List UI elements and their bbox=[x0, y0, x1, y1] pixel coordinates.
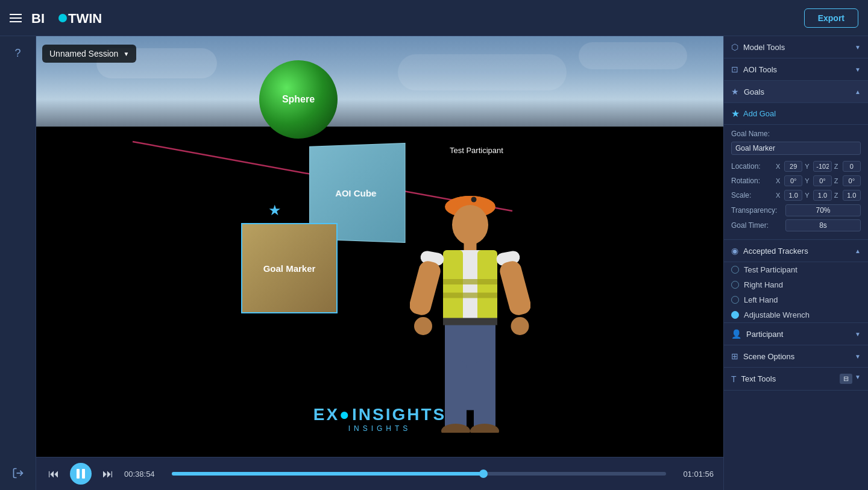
loc-x-input[interactable] bbox=[784, 161, 802, 172]
rot-x-group: X bbox=[776, 175, 802, 186]
loc-z-input[interactable] bbox=[843, 161, 861, 172]
text-tools-grid-icon[interactable]: ⊟ bbox=[840, 374, 852, 384]
model-tools-icon: ⬡ bbox=[731, 42, 738, 52]
scale-section: Scale: X Y Z bbox=[731, 190, 861, 201]
loc-z-group: Z bbox=[834, 161, 861, 172]
add-goal-button[interactable]: ★ Add Goal bbox=[724, 103, 868, 125]
participant-header[interactable]: 👤 Participant ▼ bbox=[724, 323, 868, 345]
svg-rect-16 bbox=[443, 293, 497, 298]
end-time: 01:01:56 bbox=[675, 470, 714, 479]
loc-x-group: X bbox=[776, 161, 802, 172]
tracker-radio-0[interactable] bbox=[731, 266, 739, 274]
model-tools-header[interactable]: ⬡ Model Tools ▼ bbox=[724, 36, 868, 58]
progress-track[interactable] bbox=[172, 472, 666, 476]
export-button[interactable]: Export bbox=[804, 8, 858, 28]
svg-point-9 bbox=[452, 205, 488, 245]
sphere-object[interactable]: Sphere bbox=[259, 60, 338, 139]
model-tools-label: Model Tools bbox=[743, 43, 785, 52]
logo-svg: BI TWIN bbox=[31, 8, 110, 28]
scale-x-axis: X bbox=[776, 192, 783, 199]
accepted-trackers-header[interactable]: ◉ Accepted Trackers ▲ bbox=[724, 240, 868, 262]
progress-bar[interactable] bbox=[172, 472, 666, 476]
rot-y-input[interactable] bbox=[813, 175, 831, 186]
tracker-item-3[interactable]: Adjustable Wrench bbox=[724, 307, 868, 322]
svg-rect-30 bbox=[82, 469, 85, 479]
rot-x-axis: X bbox=[776, 177, 783, 184]
logo: BI TWIN bbox=[31, 8, 110, 28]
svg-rect-20 bbox=[498, 259, 530, 317]
session-dropdown[interactable]: Unnamed Session ▼ bbox=[42, 45, 136, 63]
exo-logo: EX●INSIGHTS INSIGHTS bbox=[313, 405, 447, 433]
tracker-item-1[interactable]: Right Hand bbox=[724, 277, 868, 292]
goal-name-input[interactable] bbox=[731, 142, 861, 155]
goal-name-input-row bbox=[731, 142, 861, 155]
scale-y-input[interactable] bbox=[813, 190, 831, 201]
topbar: BI TWIN Export bbox=[0, 0, 868, 36]
goal-name-label: Goal Name: bbox=[731, 130, 779, 138]
rot-z-input[interactable] bbox=[843, 175, 861, 186]
star-marker: ★ bbox=[268, 202, 281, 219]
fast-forward-button[interactable]: ⏭ bbox=[100, 465, 116, 483]
exo-logo-top: EX●INSIGHTS bbox=[313, 405, 447, 424]
goal-timer-label: Goal Timer: bbox=[731, 221, 785, 230]
tracker-radio-3[interactable] bbox=[731, 311, 739, 319]
tracker-name-1: Right Hand bbox=[744, 280, 783, 289]
text-tools-icon: T bbox=[731, 374, 737, 384]
goals-header[interactable]: ★ Goals ▲ bbox=[724, 81, 868, 103]
left-sidebar: ? bbox=[0, 36, 36, 490]
goal-timer-input[interactable] bbox=[785, 219, 861, 231]
rot-x-input[interactable] bbox=[784, 175, 802, 186]
tracker-radio-2[interactable] bbox=[731, 296, 739, 304]
loc-y-group: Y bbox=[805, 161, 831, 172]
scene-options-header[interactable]: ⊞ Scene Options ▼ bbox=[724, 345, 868, 368]
loc-y-input[interactable] bbox=[813, 161, 831, 172]
svg-rect-22 bbox=[443, 318, 497, 325]
scale-z-group: Z bbox=[834, 190, 861, 201]
svg-rect-18 bbox=[410, 259, 442, 317]
text-tools-header[interactable]: T Text Tools ⊟ ▼ bbox=[724, 368, 868, 391]
text-tools-chevron: ▼ bbox=[855, 374, 861, 384]
rewind-button[interactable]: ⏮ bbox=[46, 465, 61, 483]
text-tools-label: Text Tools bbox=[741, 374, 776, 383]
model-tools-left: ⬡ Model Tools bbox=[731, 42, 785, 52]
svg-point-1 bbox=[58, 14, 67, 22]
loc-x-axis: X bbox=[776, 163, 783, 170]
help-icon[interactable]: ? bbox=[7, 42, 29, 64]
accepted-trackers-label: Accepted Trackers bbox=[743, 247, 808, 256]
svg-text:BI: BI bbox=[31, 11, 45, 26]
scene-options-icon: ⊞ bbox=[731, 351, 738, 361]
viewport[interactable]: Sphere ★ AOI Cube Goal Marker bbox=[36, 36, 723, 457]
svg-rect-23 bbox=[445, 360, 467, 433]
aoi-tools-header[interactable]: ⊡ AOI Tools ▼ bbox=[724, 58, 868, 81]
scale-x-group: X bbox=[776, 190, 802, 201]
participant-left: 👤 Participant bbox=[731, 329, 783, 339]
scale-xyz: X Y Z bbox=[776, 190, 861, 201]
trackers-icon: ◉ bbox=[731, 246, 738, 256]
aoi-cube-label: AOI Cube bbox=[335, 187, 376, 198]
add-goal-label: Add Goal bbox=[743, 109, 776, 118]
current-time: 00:38:54 bbox=[124, 470, 163, 479]
progress-fill bbox=[172, 472, 483, 476]
exit-icon[interactable] bbox=[7, 462, 29, 484]
svg-rect-14 bbox=[477, 250, 497, 322]
transparency-input[interactable] bbox=[785, 204, 861, 216]
menu-icon[interactable] bbox=[10, 14, 22, 22]
tracker-radio-1[interactable] bbox=[731, 281, 739, 289]
goals-chevron: ▲ bbox=[855, 89, 861, 95]
trackers-left: ◉ Accepted Trackers bbox=[731, 246, 808, 256]
tracker-name-0: Test Participant bbox=[744, 265, 797, 274]
cloud-2 bbox=[398, 54, 567, 90]
session-bar: Unnamed Session ▼ bbox=[42, 45, 136, 63]
pause-button[interactable] bbox=[70, 463, 92, 485]
goal-marker-cube[interactable]: Goal Marker bbox=[241, 223, 338, 313]
tracker-item-2[interactable]: Left Hand bbox=[724, 292, 868, 307]
scale-z-input[interactable] bbox=[843, 190, 861, 201]
scale-y-axis: Y bbox=[805, 192, 812, 199]
tracker-item-0[interactable]: Test Participant bbox=[724, 262, 868, 277]
scale-x-input[interactable] bbox=[784, 190, 802, 201]
cloud-3 bbox=[579, 42, 687, 69]
progress-thumb[interactable] bbox=[479, 470, 488, 478]
participant-icon: 👤 bbox=[731, 329, 741, 339]
text-tools-left: T Text Tools bbox=[731, 374, 776, 384]
rot-y-axis: Y bbox=[805, 177, 812, 184]
